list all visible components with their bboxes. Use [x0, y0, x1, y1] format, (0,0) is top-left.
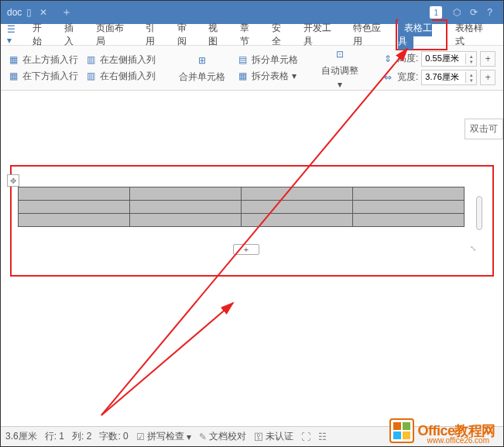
insert-left-icon: ▥: [84, 53, 97, 66]
file-menu-icon[interactable]: ☰ ▾: [7, 24, 22, 46]
insert-col-left-button[interactable]: ▥在左侧插入列: [84, 53, 156, 67]
width-input[interactable]: ▴▾: [421, 70, 477, 85]
document-table[interactable]: [18, 187, 465, 227]
table-move-handle[interactable]: ✥: [7, 174, 19, 187]
table-side-button[interactable]: [476, 196, 482, 230]
help-icon[interactable]: ?: [487, 7, 492, 18]
add-row-button[interactable]: +: [233, 244, 259, 255]
table-row: [19, 214, 465, 227]
menu-table-style[interactable]: 表格样式: [449, 19, 497, 51]
status-col: 列: 2: [72, 430, 91, 443]
proofread-icon: ✎: [199, 432, 207, 442]
watermark-url: www.office26.com: [427, 436, 489, 445]
autofit-button[interactable]: ⊡自动调整▾: [317, 44, 363, 91]
document-name: doc: [7, 7, 22, 18]
hint-tooltip: 双击可: [465, 119, 503, 139]
height-label: 高度:: [397, 52, 418, 65]
height-icon: ⇕: [382, 53, 394, 65]
svg-rect-5: [393, 432, 401, 439]
width-plus-button[interactable]: +: [480, 70, 495, 85]
menu-review[interactable]: 审阅: [171, 19, 201, 51]
svg-rect-6: [403, 432, 410, 439]
new-tab-button[interactable]: ＋: [61, 5, 72, 19]
height-input[interactable]: ▴▾: [421, 51, 477, 67]
status-auth[interactable]: ⚿未认证: [254, 430, 293, 443]
status-wordcount: 字数: 0: [99, 430, 128, 443]
menu-start[interactable]: 开始: [26, 19, 57, 51]
insert-row-below-button[interactable]: ▦在下方插入行: [7, 70, 78, 83]
split-cell-icon: ▤: [236, 53, 249, 66]
merge-icon: ⊞: [194, 52, 211, 69]
insert-row-above-button[interactable]: ▦在上方插入行: [7, 53, 78, 67]
menu-chapter[interactable]: 章节: [234, 19, 264, 51]
watermark-logo-icon: [389, 418, 414, 443]
ribbon: ▦在上方插入行 ▦在下方插入行 ▥在左侧插入列 ▥在右侧插入列 ⊞合并单元格 ▤…: [1, 46, 503, 91]
status-row: 行: 1: [45, 430, 64, 443]
notification-badge[interactable]: 1: [430, 6, 442, 19]
tab-close-icon[interactable]: ✕: [39, 7, 47, 18]
spellcheck-icon: ☑: [136, 432, 145, 442]
svg-rect-3: [393, 422, 401, 430]
menu-table-tools[interactable]: 表格工具: [398, 19, 432, 50]
menu-reference[interactable]: 引用: [139, 19, 170, 51]
width-icon: ⇔: [382, 71, 394, 84]
split-table-icon: ▦: [236, 70, 249, 82]
autofit-icon: ⊡: [331, 46, 348, 63]
table-row: [19, 187, 465, 201]
skin-icon[interactable]: ⬡: [453, 7, 461, 18]
svg-rect-4: [403, 422, 410, 430]
insert-col-right-button[interactable]: ▥在右侧插入列: [84, 70, 156, 83]
table-row: [19, 201, 465, 214]
merge-cells-button[interactable]: ⊞合并单元格: [174, 50, 230, 85]
auth-icon: ⚿: [254, 432, 263, 442]
height-plus-button[interactable]: +: [480, 51, 495, 67]
width-label: 宽度:: [397, 70, 418, 84]
status-structure[interactable]: ☷: [318, 432, 327, 442]
menu-security[interactable]: 安全: [266, 19, 296, 51]
table-resize-handle[interactable]: ⤡: [470, 244, 476, 253]
menu-view[interactable]: 视图: [202, 19, 232, 51]
structure-icon: ☷: [318, 432, 327, 442]
status-expand[interactable]: ⛶: [301, 432, 310, 442]
status-proofread[interactable]: ✎文档校对: [199, 430, 246, 443]
status-dimension: 3.6厘米: [5, 430, 37, 443]
tab-pin-icon[interactable]: ▯: [26, 7, 32, 18]
insert-right-icon: ▥: [84, 70, 97, 82]
split-cell-button[interactable]: ▤拆分单元格: [236, 53, 298, 67]
svg-line-2: [101, 303, 233, 415]
insert-above-icon: ▦: [7, 53, 19, 66]
menu-insert[interactable]: 插入: [58, 19, 88, 51]
menu-layout[interactable]: 页面布局: [90, 19, 138, 51]
status-spellcheck[interactable]: ☑拼写检查▾: [136, 430, 191, 443]
menu-bar: ☰ ▾ 开始 插入 页面布局 引用 审阅 视图 章节 安全 开发工具 特色应用 …: [1, 24, 503, 46]
expand-icon: ⛶: [301, 432, 310, 442]
insert-below-icon: ▦: [7, 70, 19, 82]
split-table-button[interactable]: ▦拆分表格▾: [236, 70, 298, 83]
cloud-icon[interactable]: ⟳: [470, 7, 478, 18]
